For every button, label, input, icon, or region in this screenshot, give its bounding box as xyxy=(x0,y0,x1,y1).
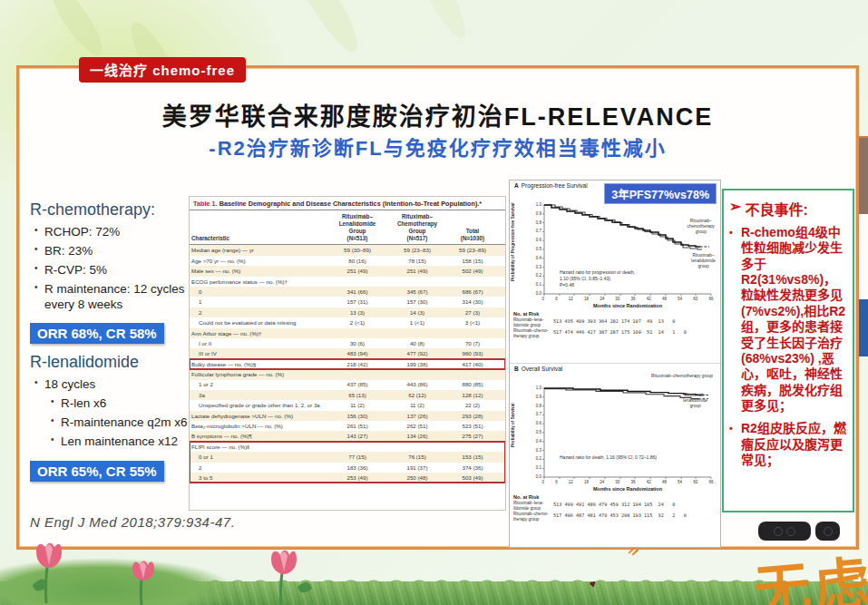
table-cell: 76 (15) xyxy=(387,453,447,462)
table-cell: 137 (26) xyxy=(387,411,447,420)
table-cell: Could not be evaluated or data missing xyxy=(190,318,327,327)
table-cell: 27 (3) xyxy=(447,307,498,317)
table-cell: 0 xyxy=(190,287,327,296)
table-row: Beta₂-microglobulin >ULN — no. (%)261 (5… xyxy=(190,421,505,431)
player-reaction-pill[interactable] xyxy=(815,522,840,541)
os-risk-table: No. at Risk Rituximab–lena- lidomide gro… xyxy=(513,494,717,522)
table-cell: 30 (6) xyxy=(327,338,387,347)
table-cell: 314 (30) xyxy=(447,298,498,307)
table-cell: 80 (16) xyxy=(327,256,387,265)
table-cell: 341 (66) xyxy=(327,287,387,296)
pfs-group-label-lena: Rituximab– lenalidomide group xyxy=(691,253,716,269)
table-cell: 1 or 2 xyxy=(190,380,327,389)
table-cell: 3a xyxy=(190,390,327,399)
os-group-label-lena: Rituximab– lenalidomide group xyxy=(683,393,707,409)
table-cell: 417 (40) xyxy=(447,359,498,368)
dot-bullet-icon: • xyxy=(729,225,741,414)
risk-row: Rituximab–chemo- therapy group517 496 48… xyxy=(513,512,717,522)
table-cell: B symptoms — no. (%)¶ xyxy=(190,432,327,441)
table-cell: Follicular lymphoma grade — no. (%) xyxy=(190,370,327,379)
os-group-label-chemo: Rituximab–chemotherapy group xyxy=(651,374,713,379)
tulip xyxy=(33,543,62,603)
chemo-bullets: RCHOP: 72% BR: 23% R-CVP: 5% R maintenan… xyxy=(30,225,191,312)
table-cell xyxy=(447,332,498,335)
table-cell: 13 (3) xyxy=(327,307,387,317)
pfs-panel: AProgression-free Survival 3年PFS77%vs78%… xyxy=(510,181,720,363)
tulip xyxy=(271,551,312,605)
table-header-cell: Total (N=1030) xyxy=(447,227,498,243)
table-cell: 686 (67) xyxy=(447,287,498,296)
risk-header: No. at Risk xyxy=(513,494,717,500)
table-row-highlighted: Bulky disease — no. (%)§218 (42)199 (38)… xyxy=(190,359,505,369)
chemo-orr-badge: ORR 68%, CR 58% xyxy=(30,323,164,344)
bullet-item: Len maintenance x12 xyxy=(46,434,191,450)
km-plot-b xyxy=(510,376,718,481)
pfs-overlay-badge: 3年PFS77%vs78% xyxy=(604,183,717,204)
table-header-row: Characteristic Rituximab– Lenalidomide G… xyxy=(190,210,505,245)
table-row: Male sex — no. (%)251 (49)251 (49)502 (4… xyxy=(190,266,505,276)
table-row: III or IV483 (94)477 (92)960 (93) xyxy=(190,348,505,358)
table-cell: 183 (36) xyxy=(327,463,387,472)
table-cell: Bulky disease — no. (%)§ xyxy=(190,359,327,368)
player-reaction-pill[interactable] xyxy=(758,522,811,541)
dot-bullet-icon: • xyxy=(729,421,741,468)
table-cell: 3 (<1) xyxy=(447,318,498,327)
pfs-x-ticks: 0612182430364248546066 xyxy=(542,297,714,301)
table-cell: Lactate dehydrogenase >ULN — no. (%) xyxy=(190,411,327,420)
table-cell: 443 (86) xyxy=(387,380,447,389)
table-cell: 128 (12) xyxy=(447,390,498,399)
panel-b-header: BOverall Survival xyxy=(514,366,562,372)
regimen-panel: R-chemotherapy: RCHOP: 72% BR: 23% R-CVP… xyxy=(30,197,191,487)
pill-icon xyxy=(824,527,833,536)
table-cell: 293 (28) xyxy=(447,411,498,420)
table-header-cell: Rituximab– Chemotherapy Group (N=517) xyxy=(387,212,447,242)
table-cell: 78 (15) xyxy=(387,256,447,265)
panel-b-title: Overall Survival xyxy=(522,366,563,372)
table-row: Could not be evaluated or data missing2 … xyxy=(190,317,505,327)
table-row: FLIPI score — no. (%)‖ xyxy=(190,442,505,452)
pill-icon xyxy=(786,527,795,536)
table-cell: 59 (23–89) xyxy=(447,246,498,255)
pfs-curve-chemo xyxy=(544,205,700,247)
adverse-event-item: •R2组皮肤反应，燃瘤反应以及腹泻更常见； xyxy=(729,421,847,468)
baseline-characteristics-table: Table 1. Baseline Demographic and Diseas… xyxy=(189,196,506,511)
table-cell: 156 (30) xyxy=(327,411,387,420)
table-cell: 253 (49) xyxy=(327,473,387,483)
os-hazard-ratio-text: Hazard ratio for death, 1.16 (95% CI, 0.… xyxy=(560,454,657,461)
table-cell: 40 (8) xyxy=(387,338,447,347)
table-title-text: Baseline Demographic and Disease Charact… xyxy=(218,200,483,208)
table-cell: 502 (49) xyxy=(447,267,498,276)
bullet-item: R-len x6 xyxy=(46,396,191,412)
table-cell: Median age (range) — yr xyxy=(190,246,327,255)
table-cell: 14 (3) xyxy=(387,307,447,317)
table-row: 1 or 2437 (85)443 (86)880 (85) xyxy=(190,380,505,390)
lena-orr-badge: ORR 65%, CR 55% xyxy=(30,461,164,482)
table-row: I or II30 (6)40 (8)70 (7) xyxy=(190,338,505,348)
os-x-ticks: 0612182430364248546066 xyxy=(542,480,714,484)
table-cell xyxy=(387,280,447,283)
table-cell: FLIPI score — no. (%)‖ xyxy=(190,442,327,451)
table-header-cell: Characteristic xyxy=(190,234,327,243)
table-row: Ann Arbor stage — no. (%)† xyxy=(190,328,505,338)
table-cell: I or II xyxy=(190,338,327,347)
risk-row: Rituximab–lena- lidomide group513 499 49… xyxy=(513,501,717,511)
table-number: Table 1. xyxy=(193,200,218,208)
table-cell: 261 (51) xyxy=(327,422,387,431)
table-row: ECOG performance status — no. (%)† xyxy=(190,277,505,287)
table-cell: 503 (49) xyxy=(447,473,498,483)
table-cell xyxy=(447,280,498,283)
table-cell xyxy=(327,445,387,448)
chemo-heading: R-chemotherapy: xyxy=(30,200,191,220)
table-cell: 22 (2) xyxy=(447,401,498,410)
table-cell: Age >70 yr — no. (%) xyxy=(190,256,327,265)
adverse-events-box: ➢不良事件: •R-chemo组4级中性粒细胞减少发生多于R2(31%vs8%)… xyxy=(722,189,854,512)
risk-row: Rituximab–chemo- therapy group517 474 44… xyxy=(513,328,717,338)
table-cell xyxy=(387,445,447,448)
table-cell: 153 (15) xyxy=(447,453,498,462)
table-cell: 59 (30–89) xyxy=(327,246,387,255)
table-cell: 77 (15) xyxy=(327,453,387,462)
table-cell: 11 (2) xyxy=(327,401,387,410)
adverse-event-item: •R-chemo组4级中性粒细胞减少发生多于R2(31%vs8%)，粒缺性发热更… xyxy=(729,225,847,414)
bullet-item: 18 cycles xyxy=(30,377,191,393)
leaf-decoration xyxy=(286,0,366,58)
